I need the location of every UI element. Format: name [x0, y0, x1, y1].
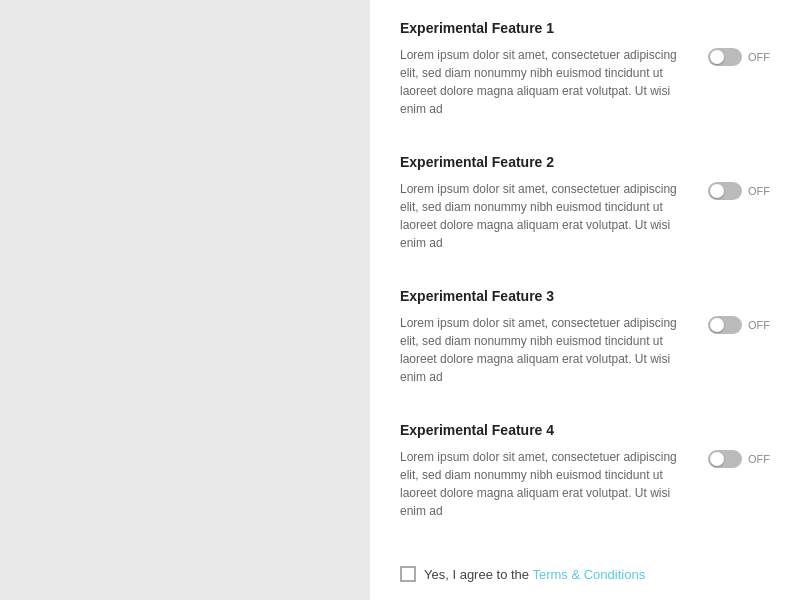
toggle-4[interactable]: [708, 450, 742, 468]
toggle-container-4: OFF: [708, 450, 770, 468]
feature-description-4: Lorem ipsum dolor sit amet, consectetuer…: [400, 448, 692, 520]
feature-title-1: Experimental Feature 1: [400, 20, 770, 36]
feature-item-3: Experimental Feature 3Lorem ipsum dolor …: [400, 288, 770, 404]
feature-title-3: Experimental Feature 3: [400, 288, 770, 304]
feature-item-4: Experimental Feature 4Lorem ipsum dolor …: [400, 422, 770, 538]
feature-row-4: Lorem ipsum dolor sit amet, consectetuer…: [400, 448, 770, 520]
feature-item-2: Experimental Feature 2Lorem ipsum dolor …: [400, 154, 770, 270]
toggle-label-2: OFF: [748, 185, 770, 197]
feature-row-2: Lorem ipsum dolor sit amet, consectetuer…: [400, 180, 770, 252]
feature-title-2: Experimental Feature 2: [400, 154, 770, 170]
toggle-1[interactable]: [708, 48, 742, 66]
feature-description-1: Lorem ipsum dolor sit amet, consectetuer…: [400, 46, 692, 118]
toggle-2[interactable]: [708, 182, 742, 200]
toggle-label-3: OFF: [748, 319, 770, 331]
toggle-3[interactable]: [708, 316, 742, 334]
toggle-label-4: OFF: [748, 453, 770, 465]
feature-row-1: Lorem ipsum dolor sit amet, consectetuer…: [400, 46, 770, 118]
feature-row-3: Lorem ipsum dolor sit amet, consectetuer…: [400, 314, 770, 386]
feature-title-4: Experimental Feature 4: [400, 422, 770, 438]
features-container: Experimental Feature 1Lorem ipsum dolor …: [400, 20, 770, 556]
terms-link[interactable]: Terms & Conditions: [532, 567, 645, 582]
terms-text: Yes, I agree to the Terms & Conditions: [424, 567, 645, 582]
toggle-container-2: OFF: [708, 182, 770, 200]
terms-checkbox[interactable]: [400, 566, 416, 582]
terms-row: Yes, I agree to the Terms & Conditions: [400, 566, 770, 582]
terms-prefix: Yes, I agree to the: [424, 567, 532, 582]
feature-description-3: Lorem ipsum dolor sit amet, consectetuer…: [400, 314, 692, 386]
feature-item-1: Experimental Feature 1Lorem ipsum dolor …: [400, 20, 770, 136]
toggle-container-3: OFF: [708, 316, 770, 334]
toggle-container-1: OFF: [708, 48, 770, 66]
feature-description-2: Lorem ipsum dolor sit amet, consectetuer…: [400, 180, 692, 252]
left-panel: [0, 0, 370, 600]
toggle-label-1: OFF: [748, 51, 770, 63]
right-panel: Experimental Feature 1Lorem ipsum dolor …: [370, 0, 800, 600]
